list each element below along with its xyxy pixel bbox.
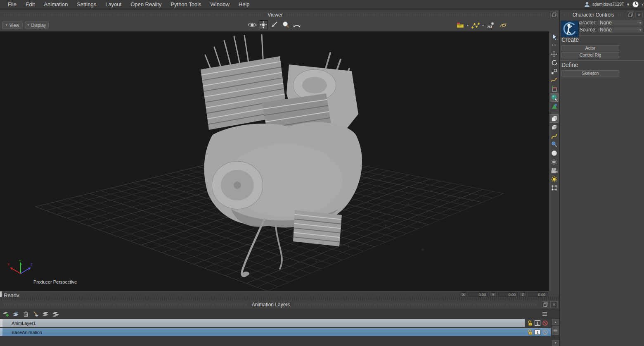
- scrollbar-thumb[interactable]: [552, 326, 559, 335]
- source-select-field[interactable]: None▾: [598, 27, 643, 33]
- layer-name: AnimLayer1: [12, 321, 36, 326]
- spline-icon[interactable]: [550, 131, 559, 140]
- menu-bar: File Edit Animation Settings Layout Open…: [0, 0, 644, 9]
- select-tool-icon[interactable]: [550, 32, 559, 41]
- layers-menu-icon[interactable]: [541, 310, 548, 317]
- rotate-tool-icon[interactable]: [550, 58, 559, 67]
- coord-z-field[interactable]: 0.00: [528, 292, 547, 297]
- axis-x-label: X: [7, 262, 10, 266]
- translate-tool-icon[interactable]: [550, 50, 559, 58]
- local-axes-toggle[interactable]: Lcl: [550, 41, 559, 50]
- light-handle-icon[interactable]: [550, 140, 559, 149]
- asset-sphere-icon[interactable]: [550, 93, 559, 102]
- toolbar-separator: [551, 112, 557, 112]
- magnifier-icon[interactable]: [281, 20, 290, 29]
- polygon-icon[interactable]: [550, 149, 559, 157]
- restore-icon: [628, 12, 633, 17]
- user-account-area[interactable]: ademidova7129T ▼ 7: [584, 0, 644, 9]
- panel-restore-button[interactable]: [542, 301, 549, 308]
- actor-button[interactable]: Actor: [561, 45, 619, 51]
- keying-group-icon[interactable]: [550, 84, 559, 93]
- scroll-down-button[interactable]: ▼: [552, 340, 559, 346]
- viewport-3d[interactable]: Y X Z Producer Perspective: [0, 31, 549, 291]
- light-icon[interactable]: [550, 175, 559, 184]
- cube-primitive-icon[interactable]: [550, 114, 559, 123]
- titlebar-texture: [618, 14, 623, 16]
- null-object-icon[interactable]: [550, 157, 559, 166]
- chevron-down-icon[interactable]: ▼: [626, 2, 630, 7]
- axis-z-label: Z: [31, 262, 33, 266]
- curve-tool-icon[interactable]: [550, 76, 559, 84]
- clock-icon[interactable]: [632, 1, 639, 8]
- menu-edit[interactable]: Edit: [21, 0, 39, 8]
- display-dropdown-button[interactable]: ▾ Display: [25, 21, 49, 29]
- panel-restore-button[interactable]: [627, 12, 634, 18]
- status-bar: Ready X 0.00 Y 0.00 Z 0.00: [0, 291, 549, 297]
- scale-tool-icon[interactable]: [550, 67, 559, 76]
- lock-icon[interactable]: [527, 329, 533, 335]
- view-dropdown-button[interactable]: ▾ View: [2, 21, 23, 29]
- character-value: None: [600, 20, 612, 26]
- character-thumbnail-icon[interactable]: [561, 21, 579, 37]
- viewer-restore-button[interactable]: [550, 12, 558, 18]
- layers-scrollbar[interactable]: ▲ ▼: [552, 319, 559, 346]
- titlebar-texture: [4, 14, 263, 16]
- zoom-tool-icon[interactable]: [270, 20, 279, 29]
- ruler-icon[interactable]: [456, 21, 465, 30]
- engine-model[interactable]: [201, 35, 362, 276]
- panel-close-button[interactable]: ×: [635, 12, 643, 18]
- pin-2d-icon[interactable]: 2D: [487, 21, 496, 30]
- duplicate-layer-button[interactable]: [12, 310, 19, 317]
- keyframe-path-icon[interactable]: [471, 21, 481, 30]
- animation-layers-titlebar[interactable]: Animation Layers ×: [0, 300, 559, 309]
- coord-y-label: Y: [490, 292, 497, 297]
- coord-x-field[interactable]: 0.00: [469, 292, 488, 297]
- coord-y-field[interactable]: 0.00: [498, 292, 518, 297]
- lasso-icon[interactable]: [499, 21, 508, 30]
- pan-tool-icon[interactable]: [259, 20, 268, 29]
- menu-animation[interactable]: Animation: [39, 0, 72, 8]
- orbit-tool-icon[interactable]: [248, 20, 257, 29]
- delete-layer-button[interactable]: [22, 310, 29, 317]
- layer-name: BaseAnimation: [12, 330, 42, 335]
- layer-weight-field[interactable]: 1: [535, 329, 540, 335]
- menu-window[interactable]: Window: [206, 0, 234, 8]
- viewport-side-toolbar: Lcl: [549, 19, 559, 297]
- menu-file[interactable]: File: [3, 0, 21, 8]
- control-rig-button[interactable]: Control Rig: [561, 52, 619, 58]
- menu-layout[interactable]: Layout: [101, 0, 126, 8]
- layers-toolbar: [0, 309, 559, 319]
- skeleton-button[interactable]: Skeleton: [561, 70, 619, 76]
- merge-all-layers-button[interactable]: [52, 310, 59, 317]
- layer-row-animlayer1[interactable]: AnimLayer1 1: [0, 319, 551, 327]
- menu-open-reality[interactable]: Open Reality: [126, 0, 166, 8]
- arc-rotate-icon[interactable]: [292, 20, 301, 29]
- clean-layers-button[interactable]: [32, 310, 39, 317]
- character-select-field[interactable]: None▾: [598, 20, 643, 26]
- add-layer-button[interactable]: [2, 310, 9, 317]
- drop-asset-icon[interactable]: [550, 102, 559, 110]
- menu-settings[interactable]: Settings: [72, 0, 101, 8]
- merge-layers-button[interactable]: [42, 310, 49, 317]
- mute-icon[interactable]: [542, 329, 548, 335]
- cropped-edge-glyph: 7: [641, 2, 644, 7]
- character-controls-titlebar[interactable]: Character Controls ×: [560, 10, 644, 19]
- restore-icon: [543, 302, 548, 307]
- panel-close-button[interactable]: ×: [550, 301, 558, 308]
- cube-small-icon[interactable]: [550, 123, 559, 131]
- dropdown-arrow-icon[interactable]: ▾: [482, 24, 484, 27]
- menu-python-tools[interactable]: Python Tools: [166, 0, 206, 8]
- lock-icon[interactable]: [527, 320, 533, 326]
- layer-controls: 1: [525, 328, 551, 336]
- menu-help[interactable]: Help: [234, 0, 254, 8]
- marker-icon[interactable]: [550, 184, 559, 192]
- layer-row-baseanimation[interactable]: BaseAnimation 1: [0, 328, 551, 336]
- scroll-up-button[interactable]: ▲: [552, 319, 559, 325]
- viewer-titlebar[interactable]: Viewer: [0, 10, 559, 19]
- navigation-tools: [248, 20, 301, 29]
- mute-icon[interactable]: [542, 320, 548, 326]
- layer-color-notch: [0, 328, 2, 336]
- layer-weight-field[interactable]: 1: [535, 320, 540, 326]
- camera-icon[interactable]: [550, 166, 559, 175]
- dropdown-arrow-icon[interactable]: ▾: [467, 24, 469, 27]
